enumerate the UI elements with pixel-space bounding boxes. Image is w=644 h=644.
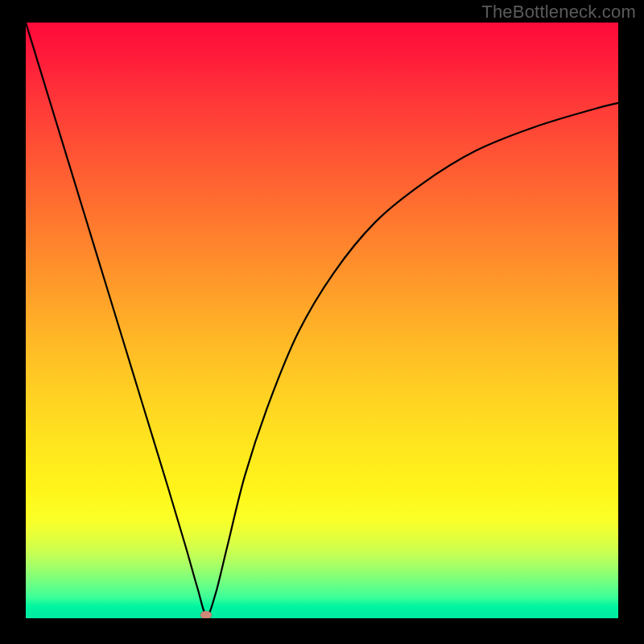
- chart-container: TheBottleneck.com: [0, 0, 644, 644]
- minimum-marker: [200, 611, 212, 618]
- bottleneck-curve: [26, 23, 618, 618]
- watermark-text: TheBottleneck.com: [481, 2, 636, 23]
- plot-area: [26, 23, 618, 618]
